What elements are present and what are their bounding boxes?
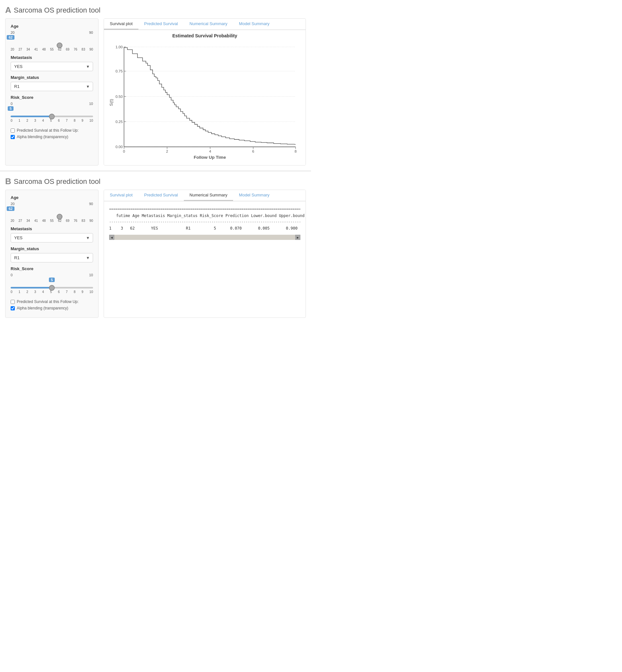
- risk-score-slider[interactable]: [11, 115, 93, 117]
- metastasis-select[interactable]: YES NO: [11, 62, 93, 71]
- risk-score-slider-container-b: 0 10 5 0 1 2 3 4 5 6 7 8 9: [11, 273, 93, 294]
- section-a: A Sarcoma OS prediction tool Age 20 90 6…: [0, 0, 311, 171]
- risk-score-slider-container: 0 10 5 0 1 2 3 4 5 6 7 8 9: [11, 102, 93, 122]
- age-slider[interactable]: [11, 44, 93, 46]
- alpha-blending-checkbox-label-b: Alpha blending (transparency): [17, 306, 68, 310]
- scrollbar-right-arrow[interactable]: ▶: [295, 235, 300, 240]
- section-b-label: B Sarcoma OS prediction tool: [5, 176, 306, 187]
- tab-b-numerical-summary[interactable]: Numerical Summary: [184, 190, 233, 201]
- svg-text:8: 8: [295, 149, 297, 153]
- predicted-survival-checkbox[interactable]: [11, 129, 15, 133]
- metastasis-select-b[interactable]: YES NO: [11, 233, 93, 242]
- risk-score-value-bubble: 5: [8, 106, 13, 111]
- predicted-survival-checkbox-label-b: Predicted Survival at this Follow Up:: [17, 299, 78, 304]
- svg-text:0: 0: [123, 149, 125, 153]
- num-summary-scrollbar: ◀ ▶: [109, 235, 300, 240]
- alpha-blending-checkbox-row: Alpha blending (transparency): [11, 135, 93, 139]
- tab-b-survival-plot[interactable]: Survival plot: [104, 190, 138, 201]
- risk-score-min-label-b: 0: [11, 273, 12, 277]
- risk-score-min-label: 0: [11, 102, 12, 106]
- risk-score-value-bubble-b: 5: [49, 277, 55, 282]
- numerical-summary-content: ========================================…: [104, 201, 306, 245]
- age-slider-b[interactable]: [11, 216, 93, 217]
- alpha-blending-checkbox-label: Alpha blending (transparency): [17, 135, 68, 139]
- tab-a-model-summary[interactable]: Model Summary: [233, 19, 275, 30]
- margin-status-label-b: Margin_status: [11, 246, 93, 251]
- survival-curve: [124, 48, 296, 144]
- predicted-survival-checkbox-row: Predicted Survival at this Follow Up:: [11, 128, 93, 133]
- section-b-letter: B: [5, 176, 11, 187]
- svg-text:0.00: 0.00: [115, 145, 123, 149]
- risk-score-range-labels: 0 10: [11, 102, 93, 106]
- num-summary-col-headers: futime Age Metastasis Margin_status Risk…: [109, 212, 300, 219]
- section-b-checkbox-area: Predicted Survival at this Follow Up: Al…: [11, 299, 93, 310]
- tab-a-predicted-survival[interactable]: Predicted Survival: [138, 19, 184, 30]
- num-summary-row-1: 1 3 62 YES R1 5 0.070 0.005 0.900: [109, 225, 300, 232]
- risk-score-max-label: 10: [89, 102, 93, 106]
- risk-score-label-b: Risk_Score: [11, 266, 93, 271]
- svg-text:4: 4: [209, 149, 211, 153]
- scrollbar-track-container[interactable]: ◀ ▶: [109, 235, 300, 240]
- num-summary-header-dashes: ========================================…: [109, 206, 300, 212]
- age-bubble-container-b: 62: [11, 206, 93, 213]
- age-bubble-container: 62: [11, 35, 93, 42]
- scrollbar-left-arrow[interactable]: ◀: [109, 235, 114, 240]
- scrollbar-track[interactable]: [114, 235, 295, 240]
- tab-b-predicted-survival[interactable]: Predicted Survival: [138, 190, 184, 201]
- svg-text:0.75: 0.75: [115, 69, 123, 73]
- section-a-chart-area: Estimated Survival Probability S(t) 1.00…: [104, 30, 306, 165]
- risk-score-bubble-container-b: 5: [11, 277, 93, 284]
- x-axis-label: Follow Up Time: [194, 155, 226, 160]
- section-b-title: Sarcoma OS prediction tool: [14, 177, 100, 186]
- alpha-blending-checkbox[interactable]: [11, 135, 15, 139]
- tab-a-survival-plot[interactable]: Survival plot: [104, 19, 138, 30]
- risk-score-range-labels-b: 0 10: [11, 273, 93, 277]
- chart-svg-container: S(t) 1.00 0.75 0.50: [107, 40, 302, 162]
- alpha-blending-checkbox-b[interactable]: [11, 306, 15, 310]
- risk-score-bubble-container: 5: [11, 106, 93, 113]
- age-max-label-b: 90: [89, 202, 93, 206]
- chart-title: Estimated Survival Probability: [107, 33, 302, 38]
- section-b-content: Age 20 90 62 20 27 34 41 48 55 62: [5, 190, 306, 318]
- svg-text:2: 2: [166, 149, 168, 153]
- margin-status-label: Margin_status: [11, 75, 93, 80]
- svg-text:6: 6: [252, 149, 254, 153]
- section-a-label: A Sarcoma OS prediction tool: [5, 5, 306, 15]
- section-a-letter: A: [5, 5, 11, 15]
- age-min-label-b: 20: [11, 202, 14, 206]
- survival-chart-svg: S(t) 1.00 0.75 0.50: [107, 40, 302, 162]
- age-min-label: 20: [11, 31, 14, 34]
- risk-score-label: Risk_Score: [11, 95, 93, 100]
- age-label: Age: [11, 24, 93, 29]
- y-axis-label: S(t): [109, 99, 114, 106]
- risk-score-max-label-b: 10: [89, 273, 93, 277]
- risk-score-slider-b[interactable]: [11, 287, 93, 289]
- svg-text:1.00: 1.00: [115, 45, 123, 49]
- predicted-survival-checkbox-label: Predicted Survival at this Follow Up:: [17, 128, 78, 133]
- age-tick-labels-b: 20 27 34 41 48 55 62 69 76 83 90: [11, 219, 93, 223]
- risk-score-tick-labels-b: 0 1 2 3 4 5 6 7 8 9 10: [11, 290, 93, 294]
- age-slider-container: 20 90 62 20 27 34 41 48 55 62 69 76: [11, 31, 93, 51]
- svg-text:0.50: 0.50: [115, 95, 123, 99]
- margin-status-select-b[interactable]: R0 R1 R2: [11, 253, 93, 262]
- alpha-blending-checkbox-row-b: Alpha blending (transparency): [11, 306, 93, 310]
- age-max-label: 90: [89, 31, 93, 34]
- section-b-tabs: Survival plot Predicted Survival Numeric…: [104, 190, 306, 201]
- metastasis-select-wrapper-b: YES NO ▼: [11, 233, 93, 242]
- section-a-tabs: Survival plot Predicted Survival Numeric…: [104, 19, 306, 30]
- margin-status-select[interactable]: R0 R1 R2: [11, 82, 93, 91]
- tab-a-numerical-summary[interactable]: Numerical Summary: [184, 19, 233, 30]
- metastasis-label-b: Metastasis: [11, 226, 93, 231]
- section-a-left-panel: Age 20 90 62 20 27 34 41 48 55 62: [5, 19, 99, 166]
- age-slider-container-b: 20 90 62 20 27 34 41 48 55 62 69 76: [11, 202, 93, 223]
- predicted-survival-checkbox-b[interactable]: [11, 300, 15, 304]
- age-label-b: Age: [11, 195, 93, 200]
- section-a-title: Sarcoma OS prediction tool: [14, 6, 100, 14]
- age-tick-labels: 20 27 34 41 48 55 62 69 76 83 90: [11, 48, 93, 51]
- section-b-left-panel: Age 20 90 62 20 27 34 41 48 55 62: [5, 190, 99, 318]
- metastasis-label: Metastasis: [11, 55, 93, 60]
- margin-status-select-wrapper-b: R0 R1 R2 ▼: [11, 253, 93, 262]
- section-b-right-panel: Survival plot Predicted Survival Numeric…: [104, 190, 306, 318]
- age-range-labels-b: 20 90: [11, 202, 93, 206]
- tab-b-model-summary[interactable]: Model Summary: [233, 190, 275, 201]
